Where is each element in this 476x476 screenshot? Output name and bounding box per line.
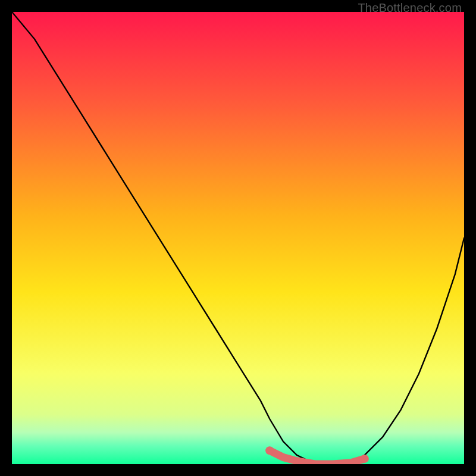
optimal-range-curve bbox=[270, 450, 365, 464]
chart-frame bbox=[12, 12, 464, 464]
range-end-marker bbox=[361, 455, 369, 463]
range-start-marker bbox=[265, 446, 274, 455]
watermark-label: TheBottleneck.com bbox=[358, 1, 462, 15]
bottleneck-curve bbox=[12, 12, 464, 464]
chart-plot bbox=[12, 12, 464, 464]
